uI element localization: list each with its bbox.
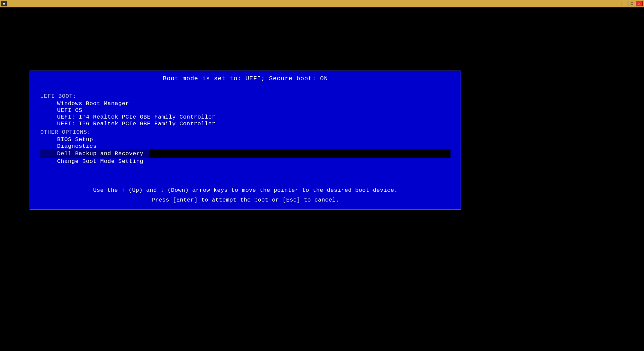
close-button[interactable]: ✕ [636,1,643,6]
boot-option-change-mode[interactable]: Change Boot Mode Setting [40,157,143,166]
bios-header: Boot mode is set to: UEFI; Secure boot: … [30,71,461,86]
window-icon: ▣ [1,1,7,6]
list-item[interactable]: UEFI: IP6 Realtek PCIe GBE Family Contro… [40,120,450,127]
boot-option-ip6[interactable]: UEFI: IP6 Realtek PCIe GBE Family Contro… [40,120,215,128]
list-item[interactable]: Change Boot Mode Setting [40,158,450,165]
boot-option-dell-backup[interactable]: Dell Backup and Recovery [40,149,149,158]
title-bar-left: ▣ [1,1,7,6]
bios-panel: Boot mode is set to: UEFI; Secure boot: … [30,71,461,210]
footer-line2: Press [Enter] to attempt the boot or [Es… [37,195,454,205]
list-item[interactable]: UEFI: IP4 Realtek PCIe GBE Family Contro… [40,114,450,120]
list-item[interactable]: UEFI OS [40,107,450,114]
list-item[interactable]: Windows Boot Manager [40,100,450,107]
uefi-boot-label: UEFI BOOT: [40,93,450,99]
window-controls: – □ ✕ [621,1,643,6]
maximize-button[interactable]: □ [629,1,635,6]
title-bar: ▣ – □ ✕ [0,0,644,7]
bios-footer: Use the ↑ (Up) and ↓ (Down) arrow keys t… [30,181,461,209]
bios-body: UEFI BOOT: Windows Boot Manager UEFI OS … [30,86,461,165]
list-item[interactable]: Dell Backup and Recovery [40,149,450,158]
list-item[interactable]: Diagnostics [40,143,450,149]
other-options-label: OTHER OPTIONS: [40,129,450,135]
list-item[interactable]: BIOS Setup [40,136,450,143]
minimize-button[interactable]: – [621,1,628,6]
footer-line1: Use the ↑ (Up) and ↓ (Down) arrow keys t… [37,186,454,195]
